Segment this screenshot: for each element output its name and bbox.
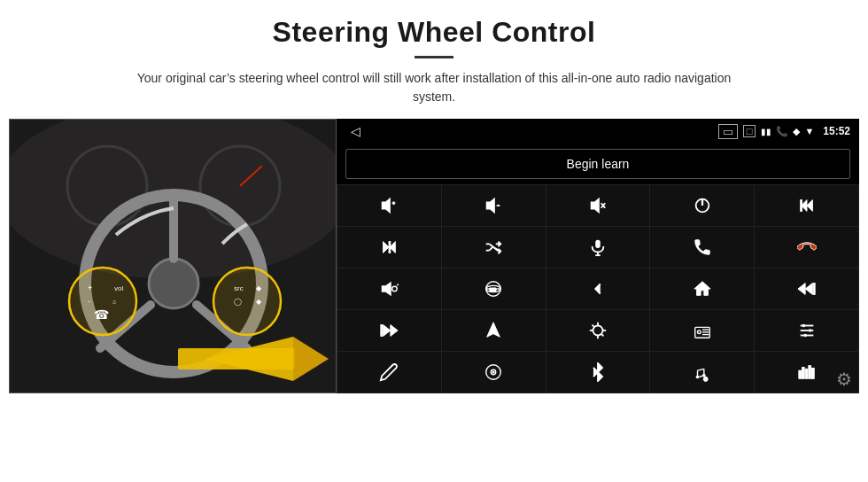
- svg-rect-87: [798, 370, 801, 378]
- signal-bars-icon: ▮▮: [761, 127, 771, 136]
- svg-point-72: [802, 324, 805, 328]
- svg-text:☎: ☎: [94, 307, 109, 322]
- status-icons: ▮▮ 📞 ◆ ▼: [761, 126, 814, 137]
- svg-marker-53: [798, 284, 805, 295]
- car-image-panel: + vol - ♫ ☎ src ◆ ◯ ◆: [9, 119, 337, 393]
- horn-button[interactable]: [337, 268, 441, 309]
- svg-text:360: 360: [490, 288, 497, 292]
- svg-point-67: [697, 330, 701, 334]
- svg-text:♫: ♫: [112, 299, 116, 305]
- status-bar: ◁ ▭ □ ▮▮ 📞 ◆ ▼ 15:52: [337, 119, 859, 144]
- edit-button[interactable]: [337, 352, 441, 393]
- svg-line-47: [398, 284, 399, 286]
- svg-point-16: [213, 268, 281, 335]
- svg-rect-89: [805, 369, 808, 378]
- svg-point-76: [803, 334, 807, 338]
- svg-line-65: [601, 334, 604, 337]
- svg-marker-29: [591, 198, 600, 214]
- home-button[interactable]: [650, 268, 754, 309]
- svg-point-74: [808, 329, 811, 332]
- svg-text:◆: ◆: [256, 298, 262, 306]
- svg-rect-42: [595, 240, 601, 248]
- svg-rect-88: [802, 368, 804, 379]
- page: Steering Wheel Control Your original car…: [0, 0, 868, 482]
- equalizer-button[interactable]: [546, 310, 650, 351]
- settings-gear-icon[interactable]: ⚙: [836, 370, 852, 388]
- power-button[interactable]: [650, 185, 754, 226]
- svg-marker-45: [382, 282, 391, 297]
- svg-point-79: [492, 371, 494, 373]
- next-track-button[interactable]: [337, 227, 441, 268]
- svg-text:vol: vol: [114, 284, 123, 292]
- page-title: Steering Wheel Control: [273, 16, 596, 49]
- vol-mute-button[interactable]: [546, 185, 650, 226]
- svg-line-85: [697, 369, 703, 370]
- time-display: 15:52: [823, 125, 850, 137]
- begin-learn-button[interactable]: Begin learn: [345, 149, 850, 179]
- svg-rect-57: [381, 325, 383, 337]
- svg-point-6: [149, 259, 198, 308]
- content-row: + vol - ♫ ☎ src ◆ ◯ ◆ ◁: [9, 119, 859, 393]
- svg-marker-58: [487, 323, 500, 338]
- svg-marker-34: [807, 200, 812, 212]
- android-panel: ◁ ▭ □ ▮▮ 📞 ◆ ▼ 15:52 Begin learn: [337, 119, 859, 393]
- begin-learn-row: Begin learn: [337, 144, 859, 184]
- title-divider: [415, 56, 453, 58]
- svg-text:◯: ◯: [234, 298, 242, 306]
- back-nav-icon[interactable]: ◁: [351, 124, 360, 138]
- prev-track-button[interactable]: [755, 185, 858, 226]
- shuffle-button[interactable]: [442, 227, 546, 268]
- mic-button[interactable]: [546, 227, 650, 268]
- svg-text:⚙: ⚙: [703, 377, 708, 382]
- svg-rect-90: [808, 366, 810, 379]
- svg-marker-37: [384, 242, 389, 253]
- svg-marker-55: [384, 325, 391, 337]
- navigate-button[interactable]: [442, 310, 546, 351]
- location-icon: ◆: [793, 126, 800, 137]
- svg-text:+: +: [88, 284, 92, 292]
- svg-point-46: [392, 286, 398, 292]
- settings-sliders-button[interactable]: [755, 310, 858, 351]
- skip-back-button[interactable]: [755, 268, 858, 309]
- home-nav-icon[interactable]: ▭: [718, 124, 738, 139]
- back-button[interactable]: [546, 268, 650, 309]
- svg-text:src: src: [234, 284, 244, 292]
- fast-forward-button[interactable]: [337, 310, 441, 351]
- radio-button[interactable]: [650, 310, 754, 351]
- recent-nav-icon[interactable]: □: [743, 125, 756, 137]
- svg-text:◆: ◆: [256, 284, 262, 292]
- svg-rect-36: [800, 200, 802, 212]
- phone-button[interactable]: [650, 227, 754, 268]
- hang-up-button[interactable]: [755, 227, 858, 268]
- svg-marker-56: [391, 325, 398, 337]
- bluetooth-button[interactable]: [546, 352, 650, 393]
- svg-marker-52: [805, 284, 812, 295]
- icon-grid: 360: [337, 184, 859, 393]
- svg-point-10: [69, 268, 136, 335]
- svg-rect-54: [813, 284, 815, 295]
- vol-up-button[interactable]: [337, 185, 441, 226]
- svg-marker-27: [486, 198, 495, 214]
- wifi-icon: ▼: [804, 126, 814, 136]
- phone-status-icon: 📞: [776, 126, 788, 137]
- music-settings-button[interactable]: ⚙: [650, 352, 754, 393]
- vol-down-button[interactable]: [442, 185, 546, 226]
- svg-text:-: -: [88, 297, 90, 306]
- svg-rect-91: [811, 368, 814, 378]
- svg-line-64: [593, 325, 595, 328]
- page-subtitle: Your original car’s steering wheel contr…: [133, 69, 735, 106]
- svg-marker-24: [382, 198, 391, 214]
- svg-rect-22: [178, 348, 295, 369]
- disc-button[interactable]: [442, 352, 546, 393]
- 360-view-button[interactable]: 360: [442, 268, 546, 309]
